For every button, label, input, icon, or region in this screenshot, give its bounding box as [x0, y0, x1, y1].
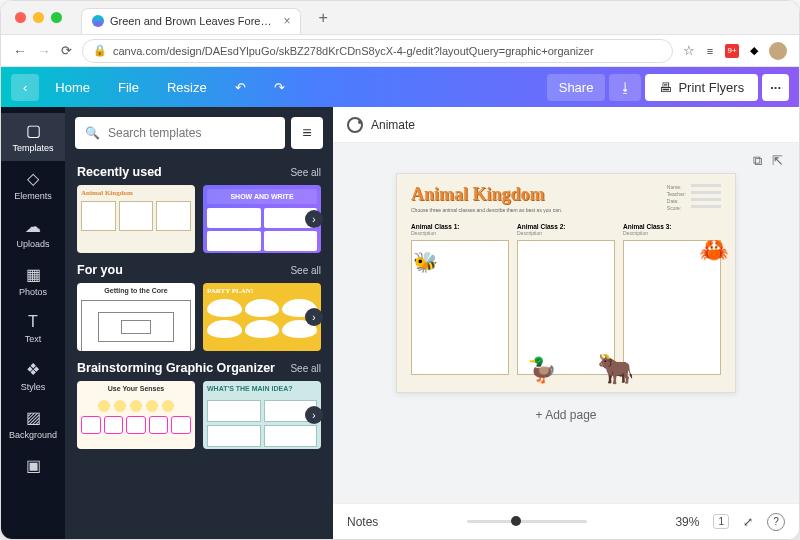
rail-background[interactable]: ▨Background: [1, 400, 65, 448]
scroll-right-button[interactable]: ›: [305, 210, 323, 228]
close-tab-button[interactable]: ×: [283, 14, 290, 28]
bookmark-star-icon[interactable]: ☆: [683, 43, 695, 58]
photos-icon: ▦: [26, 265, 41, 284]
extension-icon[interactable]: ≡: [703, 44, 717, 58]
undo-icon: ↶: [235, 80, 246, 95]
text-icon: T: [28, 313, 38, 331]
bee-icon: 🐝: [413, 250, 438, 274]
search-input[interactable]: 🔍 Search templates: [75, 117, 285, 149]
rail-text[interactable]: TText: [1, 305, 65, 352]
download-icon: ⭳: [619, 80, 632, 95]
duplicate-page-icon[interactable]: ⧉: [753, 153, 762, 169]
extension-icon-2[interactable]: 9+: [725, 44, 739, 58]
rail-templates[interactable]: ▢Templates: [1, 113, 65, 161]
close-window-button[interactable]: [15, 12, 26, 23]
animate-button[interactable]: Animate: [371, 118, 415, 132]
extension-icon-3[interactable]: ◆: [747, 44, 761, 58]
canvas-stage[interactable]: ⧉ ⇱ Animal Kingdom Choose three animal c…: [333, 143, 799, 503]
maximize-window-button[interactable]: [51, 12, 62, 23]
template-thumb[interactable]: Getting to the Core: [77, 283, 195, 351]
section-title-recent: Recently used: [77, 165, 162, 179]
styles-icon: ❖: [26, 360, 40, 379]
profile-avatar[interactable]: [769, 42, 787, 60]
redo-icon: ↷: [274, 80, 285, 95]
minimize-window-button[interactable]: [33, 12, 44, 23]
canva-topbar: ‹ Home File Resize ↶ ↷ Share ⭳ 🖶Print Fl…: [1, 67, 799, 107]
notes-button[interactable]: Notes: [347, 515, 378, 529]
undo-button[interactable]: ↶: [223, 74, 258, 101]
lock-icon: 🔒: [93, 44, 107, 57]
animate-icon: [347, 117, 363, 133]
browser-toolbar: ← → ⟳ 🔒 canva.com/design/DAEsdYlpuGo/skB…: [1, 35, 799, 67]
see-all-brainstorm[interactable]: See all: [290, 363, 321, 374]
resize-menu[interactable]: Resize: [155, 74, 219, 101]
url-text: canva.com/design/DAEsdYlpuGo/skBZ278dKrC…: [113, 45, 594, 57]
share-button[interactable]: Share: [547, 74, 606, 101]
rail-more[interactable]: ▣: [1, 448, 65, 483]
side-rail: ▢Templates ◇Elements ☁Uploads ▦Photos TT…: [1, 107, 65, 539]
rail-photos[interactable]: ▦Photos: [1, 257, 65, 305]
new-tab-button[interactable]: +: [318, 9, 327, 27]
design-page[interactable]: Animal Kingdom Choose three animal class…: [396, 173, 736, 393]
template-thumb[interactable]: SHOW AND WRITE: [203, 185, 321, 253]
tab-title: Green and Brown Leaves Fore…: [110, 15, 271, 27]
address-bar[interactable]: 🔒 canva.com/design/DAEsdYlpuGo/skBZ278dK…: [82, 39, 673, 63]
canva-favicon-icon: [92, 15, 104, 27]
forward-button[interactable]: →: [37, 43, 51, 59]
scroll-right-button[interactable]: ›: [305, 308, 323, 326]
templates-icon: ▢: [26, 121, 41, 140]
see-all-foryou[interactable]: See all: [290, 265, 321, 276]
template-thumb[interactable]: WHAT'S THE MAIN IDEA?: [203, 381, 321, 449]
page-meta: Name: Teacher: Date: Score:: [667, 184, 721, 211]
templates-panel: 🔍 Search templates ≡ Recently usedSee al…: [65, 107, 333, 539]
rail-styles[interactable]: ❖Styles: [1, 352, 65, 400]
redo-button[interactable]: ↷: [262, 74, 297, 101]
fullscreen-button[interactable]: ⤢: [743, 515, 753, 529]
template-thumb[interactable]: Animal Kingdom: [77, 185, 195, 253]
template-thumb[interactable]: Use Your Senses: [77, 381, 195, 449]
elements-icon: ◇: [27, 169, 39, 188]
zoom-level: 39%: [675, 515, 699, 529]
section-title-brainstorm: Brainstorming Graphic Organizer: [77, 361, 275, 375]
canvas-area: Animate ⧉ ⇱ Animal Kingdom Choose three …: [333, 107, 799, 539]
scroll-right-button[interactable]: ›: [305, 406, 323, 424]
reload-button[interactable]: ⟳: [61, 43, 72, 58]
more-menu-button[interactable]: ···: [762, 74, 789, 101]
canvas-bottom-bar: Notes 39% 1 ⤢ ?: [333, 503, 799, 539]
see-all-recent[interactable]: See all: [290, 167, 321, 178]
more-icon: ▣: [26, 456, 41, 475]
zoom-slider[interactable]: [392, 520, 661, 523]
uploads-icon: ☁: [25, 217, 41, 236]
background-icon: ▨: [26, 408, 41, 427]
back-arrow-button[interactable]: ‹: [11, 74, 39, 101]
home-button[interactable]: Home: [43, 74, 102, 101]
yak-icon: 🐂: [597, 351, 634, 386]
browser-tab[interactable]: Green and Brown Leaves Fore… ×: [81, 8, 301, 34]
print-flyers-button[interactable]: 🖶Print Flyers: [645, 74, 758, 101]
search-placeholder: Search templates: [108, 126, 201, 140]
goose-icon: 🦆: [527, 356, 557, 384]
filter-button[interactable]: ≡: [291, 117, 323, 149]
printer-icon: 🖶: [659, 80, 672, 95]
help-button[interactable]: ?: [767, 513, 785, 531]
crab-icon: 🦀: [699, 236, 729, 264]
template-thumb[interactable]: PARTY PLAN!: [203, 283, 321, 351]
back-button[interactable]: ←: [13, 43, 27, 59]
search-icon: 🔍: [85, 126, 100, 140]
filter-icon: ≡: [302, 124, 311, 142]
rail-elements[interactable]: ◇Elements: [1, 161, 65, 209]
download-button[interactable]: ⭳: [609, 74, 641, 101]
section-title-foryou: For you: [77, 263, 123, 277]
export-page-icon[interactable]: ⇱: [772, 153, 783, 169]
file-menu[interactable]: File: [106, 74, 151, 101]
chevron-left-icon: ‹: [23, 80, 27, 95]
rail-uploads[interactable]: ☁Uploads: [1, 209, 65, 257]
page-indicator[interactable]: 1: [713, 514, 729, 529]
mac-titlebar: Green and Brown Leaves Fore… × +: [1, 1, 799, 35]
add-page-button[interactable]: + Add page: [396, 403, 736, 427]
